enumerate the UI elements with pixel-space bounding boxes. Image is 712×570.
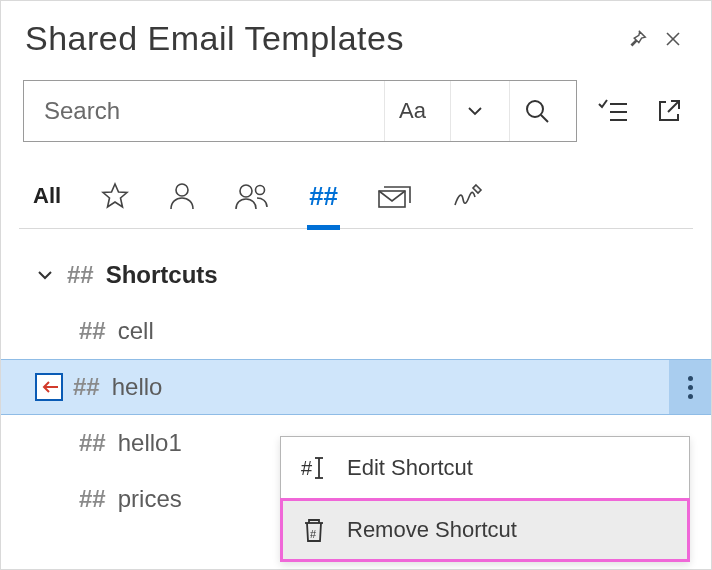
hash-icon: ## xyxy=(309,181,338,212)
menu-item-label: Remove Shortcut xyxy=(347,517,517,543)
item-mark: ## xyxy=(73,373,100,401)
mail-stack-icon xyxy=(378,183,412,209)
signature-icon xyxy=(452,183,484,209)
menu-item-edit-shortcut[interactable]: # Edit Shortcut xyxy=(281,437,689,499)
svg-line-3 xyxy=(541,115,548,122)
chevron-down-icon xyxy=(465,101,485,121)
tree-item-hello[interactable]: ## hello xyxy=(1,359,711,415)
tab-favorites[interactable] xyxy=(101,174,129,218)
svg-text:#: # xyxy=(310,528,317,540)
people-icon xyxy=(235,182,269,210)
group-label: Shortcuts xyxy=(106,261,218,289)
tab-mail[interactable] xyxy=(378,174,412,218)
menu-item-label: Edit Shortcut xyxy=(347,455,473,481)
svg-line-7 xyxy=(668,101,679,112)
match-case-toggle[interactable]: Aa xyxy=(384,81,440,141)
svg-marker-8 xyxy=(103,184,127,207)
item-label: cell xyxy=(118,317,154,345)
edit-shortcut-icon: # xyxy=(299,453,329,483)
pin-icon xyxy=(626,28,648,50)
tab-team[interactable] xyxy=(235,174,269,218)
search-icon xyxy=(524,98,550,124)
close-button[interactable] xyxy=(655,21,691,57)
tab-all-label: All xyxy=(33,183,61,209)
search-input[interactable] xyxy=(42,96,374,126)
menu-item-remove-shortcut[interactable]: # Remove Shortcut xyxy=(281,499,689,561)
close-icon xyxy=(664,30,682,48)
match-case-label: Aa xyxy=(399,98,426,124)
item-mark: ## xyxy=(79,317,106,345)
chevron-down-icon xyxy=(35,265,55,285)
context-menu: # Edit Shortcut # Remove Shortcut xyxy=(280,436,690,562)
tab-signatures[interactable] xyxy=(452,174,484,218)
tab-shortcuts[interactable]: ## xyxy=(309,174,338,218)
item-label: hello1 xyxy=(118,429,182,457)
remove-shortcut-icon: # xyxy=(299,515,329,545)
collapse-toggle[interactable] xyxy=(35,265,55,285)
svg-point-11 xyxy=(256,186,265,195)
tree-group-shortcuts[interactable]: ## Shortcuts xyxy=(15,247,697,303)
more-icon xyxy=(688,376,693,399)
search-options-dropdown[interactable] xyxy=(450,81,499,141)
item-mark: ## xyxy=(79,485,106,513)
item-label: hello xyxy=(112,373,163,401)
search-box: Aa xyxy=(23,80,577,142)
open-external-icon xyxy=(656,98,682,124)
open-external-button[interactable] xyxy=(649,91,689,131)
svg-text:#: # xyxy=(301,457,313,479)
item-mark: ## xyxy=(79,429,106,457)
tree-item-cell[interactable]: ## cell xyxy=(15,303,697,359)
star-icon xyxy=(101,182,129,210)
search-row: Aa xyxy=(15,80,697,142)
filter-tabs: All ## xyxy=(19,152,693,229)
svg-point-10 xyxy=(240,185,252,197)
tab-personal[interactable] xyxy=(169,174,195,218)
group-mark: ## xyxy=(67,261,94,289)
item-label: prices xyxy=(118,485,182,513)
svg-point-9 xyxy=(176,184,188,196)
panel-frame: Shared Email Templates Aa xyxy=(0,0,712,570)
search-submit-button[interactable] xyxy=(509,81,564,141)
svg-point-2 xyxy=(527,101,543,117)
checklist-icon xyxy=(598,98,628,124)
panel-title: Shared Email Templates xyxy=(25,19,619,58)
insert-icon xyxy=(35,373,63,401)
panel-header: Shared Email Templates xyxy=(15,13,697,72)
tab-all[interactable]: All xyxy=(33,174,61,218)
select-mode-button[interactable] xyxy=(593,91,633,131)
row-more-button[interactable] xyxy=(669,360,711,414)
pin-button[interactable] xyxy=(619,21,655,57)
person-icon xyxy=(169,182,195,210)
